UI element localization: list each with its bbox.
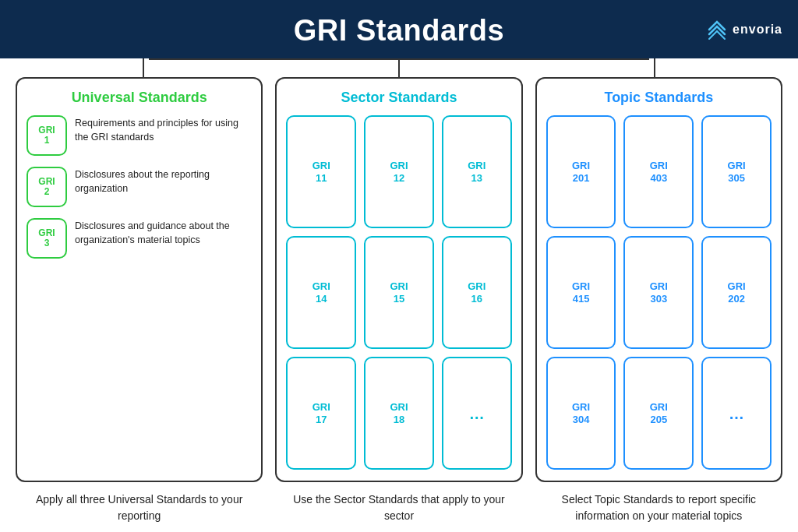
horizontal-line: [149, 58, 650, 60]
gri-205-badge: GRI205: [623, 357, 694, 470]
conn-col-1: [16, 58, 271, 77]
conn-col-2: [271, 58, 527, 77]
topic-more-badge: …: [701, 357, 772, 470]
page-title: GRI Standards: [294, 14, 504, 48]
universal-item-1: GRI 1 Requirements and principles for us…: [26, 115, 252, 156]
conn-line-3: [654, 58, 655, 77]
gri-3-badge: GRI 3: [26, 218, 67, 259]
gri-14-badge: GRI14: [286, 236, 356, 349]
universal-standards-title: Universal Standards: [26, 90, 252, 106]
logo-text: envoria: [733, 23, 782, 37]
topic-standards-column: Topic Standards GRI201 GRI403 GRI305 GRI…: [535, 77, 782, 524]
top-connectors: [0, 58, 798, 77]
gri-2-num: 2: [44, 187, 50, 197]
universal-standards-column: Universal Standards GRI 1 Requirements a…: [16, 77, 263, 524]
gri-1-badge: GRI 1: [26, 115, 67, 156]
sector-footer: Use the Sector Standards that apply to y…: [275, 491, 522, 524]
conn-line-1: [143, 58, 144, 77]
topic-footer: Select Topic Standards to report specifi…: [535, 491, 782, 524]
universal-item-2: GRI 2 Disclosures about the reporting or…: [26, 167, 252, 207]
topic-standards-card: Topic Standards GRI201 GRI403 GRI305 GRI…: [535, 77, 782, 482]
envoria-logo-icon: [706, 19, 728, 41]
universal-item-3: GRI 3 Disclosures and guidance about the…: [26, 218, 252, 259]
sector-grid: GRI11 GRI12 GRI13 GRI14 GRI15 GRI16 GRI1…: [286, 115, 511, 470]
gri-18-badge: GRI18: [364, 357, 434, 470]
gri-16-badge: GRI16: [442, 236, 512, 349]
sector-standards-column: Sector Standards GRI11 GRI12 GRI13 GRI14…: [275, 77, 522, 524]
logo-area: envoria: [706, 19, 782, 41]
gri-15-badge: GRI15: [364, 236, 434, 349]
sector-more-badge: …: [442, 357, 512, 470]
gri-403-badge: GRI403: [623, 115, 694, 228]
gri-303-badge: GRI303: [623, 236, 694, 349]
gri-3-num: 3: [44, 238, 50, 248]
sector-standards-title: Sector Standards: [286, 90, 511, 106]
gri-11-badge: GRI11: [286, 115, 356, 228]
gri-2-badge: GRI 2: [26, 167, 67, 207]
conn-line-2: [398, 58, 400, 77]
gri-201-badge: GRI201: [546, 115, 616, 228]
gri-202-badge: GRI202: [701, 236, 772, 349]
gri-2-text: Disclosures about the reporting organiza…: [75, 167, 252, 196]
topic-grid: GRI201 GRI403 GRI305 GRI415 GRI303 GRI20…: [546, 115, 772, 470]
sector-standards-card: Sector Standards GRI11 GRI12 GRI13 GRI14…: [275, 77, 522, 482]
gri-304-badge: GRI304: [546, 357, 616, 470]
gri-1-num: 1: [44, 136, 50, 146]
gri-12-badge: GRI12: [364, 115, 434, 228]
header: GRI Standards envoria: [0, 0, 798, 58]
universal-footer: Apply all three Universal Standards to y…: [16, 491, 263, 524]
gri-305-badge: GRI305: [701, 115, 772, 228]
gri-13-badge: GRI13: [442, 115, 512, 228]
gri-1-text: Requirements and principles for using th…: [75, 115, 252, 144]
topic-standards-title: Topic Standards: [546, 90, 772, 106]
gri-17-badge: GRI17: [286, 357, 356, 470]
gri-3-text: Disclosures and guidance about the organ…: [75, 218, 252, 247]
conn-col-3: [527, 58, 782, 77]
main-content: Universal Standards GRI 1 Requirements a…: [0, 77, 798, 532]
universal-standards-card: Universal Standards GRI 1 Requirements a…: [16, 77, 263, 482]
gri-415-badge: GRI415: [546, 236, 616, 349]
